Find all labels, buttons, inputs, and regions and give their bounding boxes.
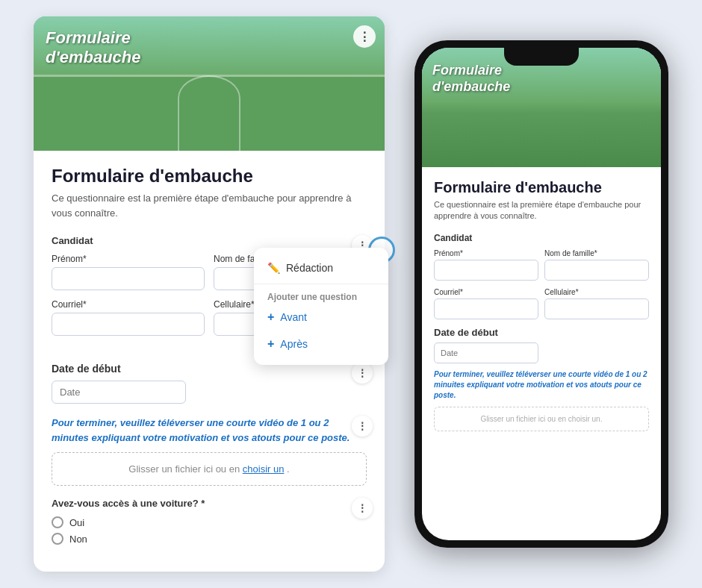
voiture-options-button[interactable]: ⋮ [352, 498, 373, 519]
phone-video-text: Pour terminer, veuillez téléverser une c… [434, 369, 649, 401]
phone-prenom-label: Prénom* [434, 249, 538, 257]
non-label: Non [69, 534, 87, 545]
phone-hero-title: Formulaire d'embauche [432, 63, 510, 95]
file-upload-area[interactable]: Glisser un fichier ici ou en choisir un … [52, 452, 367, 486]
date-options-button[interactable]: ⋮ [352, 363, 373, 384]
phone-nom-group: Nom de famille* [544, 249, 649, 281]
avant-label: Avant [280, 311, 307, 323]
phone-hero: Formulaire d'embauche [422, 48, 661, 167]
oui-radio[interactable] [52, 516, 63, 528]
hero-menu-button[interactable]: ⋮ [353, 25, 376, 48]
phone-prenom-input[interactable] [434, 260, 538, 281]
hero-title: Formulaire d'embauche [46, 28, 141, 68]
file-upload-text: Glisser un fichier ici ou en [128, 463, 242, 475]
context-menu: ✏️ Rédaction Ajouter une question + Avan… [254, 248, 388, 365]
phone-courriel-input[interactable] [434, 298, 538, 319]
date-section: Date de début ⋮ [52, 363, 367, 404]
non-radio[interactable] [52, 533, 63, 545]
phone-candidat-label: Candidat [434, 233, 649, 243]
form-description: Ce questionnaire est la première étape d… [52, 191, 367, 220]
phone-prenom-group: Prénom* [434, 249, 538, 281]
redaction-label: Rédaction [286, 262, 333, 274]
courriel-input[interactable] [52, 313, 205, 336]
voiture-radio-group: Oui Non [52, 516, 367, 545]
add-question-label: Ajouter une question [254, 287, 388, 304]
phone-form-desc: Ce questionnaire est la première étape d… [434, 199, 649, 222]
phone-courriel-group: Courriel* [434, 288, 538, 319]
apres-add-icon: + [267, 337, 274, 351]
prenom-group: Prénom* [52, 254, 205, 290]
courriel-label: Courriel* [52, 299, 205, 310]
phone-cellulaire-label: Cellulaire* [544, 288, 649, 296]
date-input[interactable] [52, 381, 186, 404]
candidat-label: Candidat [52, 235, 367, 246]
non-option[interactable]: Non [52, 533, 367, 545]
phone-form-title: Formulaire d'embauche [434, 179, 649, 196]
hero-image: Formulaire d'embauche ⋮ [34, 16, 385, 151]
phone-cellulaire-input[interactable] [544, 298, 649, 319]
video-description: Pour terminer, veuillez téléverser une c… [52, 416, 367, 445]
voiture-section: Avez-vous accès à une voiture? * Oui Non… [52, 498, 367, 545]
voiture-label: Avez-vous accès à une voiture? * [52, 498, 367, 509]
phone-cellulaire-group: Cellulaire* [544, 288, 649, 319]
menu-divider [254, 284, 388, 284]
oui-label: Oui [69, 517, 84, 528]
phone-name-row: Prénom* Nom de famille* [434, 249, 649, 281]
courriel-group: Courriel* [52, 299, 205, 336]
phone-contact-row: Courriel* Cellulaire* [434, 288, 649, 319]
phone-content: Formulaire d'embauche Formulaire d'embau… [422, 48, 661, 540]
phone-screen: Formulaire d'embauche Formulaire d'embau… [422, 48, 661, 540]
phone-notch [504, 48, 579, 66]
file-upload-period: . [287, 463, 290, 475]
prenom-label: Prénom* [52, 254, 205, 264]
apres-label: Après [280, 338, 308, 350]
redaction-menu-item[interactable]: ✏️ Rédaction [254, 255, 388, 281]
phone-mockup: Formulaire d'embauche Formulaire d'embau… [414, 40, 668, 548]
phone-body: Formulaire d'embauche Ce questionnaire e… [422, 167, 661, 443]
video-section: Pour terminer, veuillez téléverser une c… [52, 416, 367, 486]
form-card: Formulaire d'embauche ⋮ Formulaire d'emb… [34, 16, 385, 572]
phone-file-upload[interactable]: Glisser un fichier ici ou en choisir un. [434, 407, 649, 431]
form-title: Formulaire d'embauche [52, 166, 367, 187]
oui-option[interactable]: Oui [52, 516, 367, 528]
apres-menu-item[interactable]: + Après [254, 331, 388, 357]
avant-add-icon: + [267, 310, 274, 324]
phone-date-label: Date de début [434, 327, 649, 338]
video-options-button[interactable]: ⋮ [352, 416, 373, 437]
prenom-input[interactable] [52, 267, 205, 290]
phone-date-input[interactable] [434, 343, 538, 363]
phone-nom-input[interactable] [544, 260, 649, 281]
avant-menu-item[interactable]: + Avant [254, 304, 388, 331]
phone-courriel-label: Courriel* [434, 288, 538, 296]
edit-icon: ✏️ [267, 262, 280, 274]
file-upload-link[interactable]: choisir un [243, 463, 285, 475]
phone-nom-label: Nom de famille* [544, 249, 649, 257]
